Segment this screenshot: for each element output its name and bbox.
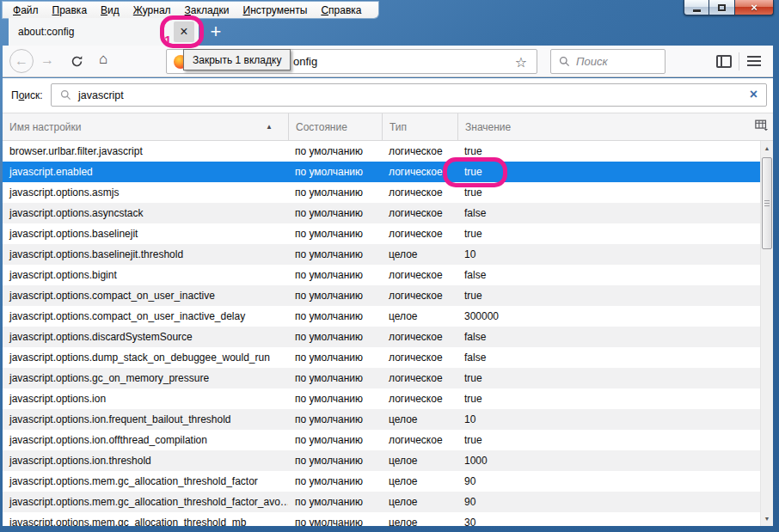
table-row[interactable]: javascript.enabled по умолчанию логическ…: [3, 162, 760, 182]
column-header-value[interactable]: Значение: [457, 113, 773, 140]
scrollbar-thumb[interactable]: [762, 157, 772, 249]
pref-state: по умолчанию: [288, 145, 382, 157]
minimize-button[interactable]: [684, 0, 709, 15]
pref-type: логическое: [382, 331, 457, 343]
table-row[interactable]: javascript.options.gc_on_memory_pressure…: [3, 368, 760, 388]
menu-item-инструменты[interactable]: Инструменты: [236, 3, 315, 18]
tab-close-button[interactable]: ×: [174, 21, 194, 42]
maximize-button[interactable]: [709, 0, 734, 15]
pref-state: по умолчанию: [288, 496, 382, 508]
scroll-up-button[interactable]: ▲: [761, 141, 773, 156]
pref-value: 90: [457, 475, 760, 487]
table-row[interactable]: javascript.options.compact_on_user_inact…: [3, 285, 760, 306]
back-button[interactable]: ←: [9, 49, 34, 73]
pref-type: целое: [382, 248, 457, 260]
pref-value: true: [457, 372, 760, 384]
column-header-state[interactable]: Состояние: [288, 113, 382, 140]
pref-name: javascript.options.ion.offthread_compila…: [3, 434, 288, 446]
menu-item-журнал[interactable]: Журнал: [126, 3, 178, 18]
menu-item-вид[interactable]: Вид: [94, 3, 126, 18]
new-tab-button[interactable]: +: [204, 20, 228, 44]
table-row[interactable]: javascript.options.mem.gc_allocation_thr…: [3, 512, 760, 526]
pref-type: целое: [382, 475, 457, 487]
pref-name: javascript.options.baselinejit: [3, 228, 288, 240]
pref-type: логическое: [382, 207, 457, 219]
table-row[interactable]: javascript.options.compact_on_user_inact…: [3, 306, 760, 327]
annotation-callout-1: 1: [164, 33, 171, 47]
pref-state: по умолчанию: [288, 248, 382, 260]
table-header: Имя настройки ▲ Состояние Тип Значение: [3, 113, 773, 141]
pref-name: javascript.options.asmjs: [3, 187, 288, 199]
navigation-toolbar: ← → ⌂ onfig ☆ Поиск: [3, 46, 773, 77]
home-button[interactable]: ⌂: [99, 52, 107, 66]
pref-type: логическое: [382, 290, 457, 302]
table-row[interactable]: javascript.options.ion.offthread_compila…: [3, 430, 760, 450]
table-row[interactable]: javascript.options.dump_stack_on_debugge…: [3, 347, 760, 368]
menu-bar: ФайлПравкаВидЖурналЗакладкиИнструментыСп…: [3, 2, 378, 18]
table-row[interactable]: javascript.options.mem.gc_allocation_thr…: [3, 492, 760, 512]
pref-value: true: [457, 145, 760, 157]
pref-value: false: [457, 269, 760, 281]
table-row[interactable]: javascript.options.baselinejit.threshold…: [3, 244, 760, 265]
menu-item-справка[interactable]: Справка: [314, 3, 368, 18]
pref-state: по умолчанию: [288, 331, 382, 343]
reload-button[interactable]: [71, 55, 83, 71]
table-row[interactable]: javascript.options.baselinejit по умолча…: [3, 223, 760, 244]
pref-value: 300000: [457, 310, 760, 322]
table-row[interactable]: javascript.options.discardSystemSource п…: [3, 327, 760, 347]
table-row[interactable]: javascript.options.ion.frequent_bailout_…: [3, 409, 760, 430]
table-row[interactable]: javascript.options.asyncstack по умолчан…: [3, 203, 760, 223]
pref-name: javascript.options.ion: [3, 393, 288, 405]
pref-name: javascript.options.ion.frequent_bailout_…: [3, 413, 288, 425]
column-picker-button[interactable]: [755, 119, 769, 134]
table-row[interactable]: browser.urlbar.filter.javascript по умол…: [3, 141, 760, 162]
tab-title: about:config: [18, 26, 174, 38]
menu-item-закладки[interactable]: Закладки: [178, 3, 236, 18]
preference-list: browser.urlbar.filter.javascript по умол…: [3, 141, 760, 526]
menu-item-файл[interactable]: Файл: [6, 3, 46, 18]
table-row[interactable]: javascript.options.bigint по умолчанию л…: [3, 265, 760, 285]
close-icon: ×: [751, 1, 758, 14]
pref-name: javascript.options.discardSystemSource: [3, 331, 288, 343]
pref-name: javascript.options.compact_on_user_inact…: [3, 310, 288, 322]
table-row[interactable]: javascript.options.ion.threshold по умол…: [3, 450, 760, 471]
pref-value: true: [457, 393, 760, 405]
pref-value: false: [457, 352, 760, 364]
pref-name: javascript.options.mem.gc_allocation_thr…: [3, 517, 288, 526]
column-header-name[interactable]: Имя настройки ▲: [3, 113, 288, 140]
bookmark-star-icon[interactable]: ☆: [515, 54, 527, 70]
preference-search-input[interactable]: javascript ×: [51, 83, 767, 107]
vertical-scrollbar[interactable]: ▲ ▼: [760, 141, 773, 526]
sidebar-toggle-icon[interactable]: [716, 55, 732, 68]
pref-value: true: [457, 434, 760, 446]
table-row[interactable]: javascript.options.mem.gc_allocation_thr…: [3, 471, 760, 492]
pref-name: javascript.options.gc_on_memory_pressure: [3, 372, 288, 384]
sort-ascending-icon: ▲: [266, 123, 273, 131]
pref-name: javascript.options.mem.gc_allocation_thr…: [3, 496, 288, 508]
pref-state: по умолчанию: [288, 187, 382, 199]
clear-search-button[interactable]: ×: [750, 87, 758, 102]
pref-state: по умолчанию: [288, 269, 382, 281]
table-row[interactable]: javascript.options.ion по умолчанию логи…: [3, 388, 760, 409]
pref-state: по умолчанию: [288, 310, 382, 322]
pref-state: по умолчанию: [288, 166, 382, 178]
table-row[interactable]: javascript.options.asmjs по умолчанию ло…: [3, 182, 760, 203]
pref-type: целое: [382, 455, 457, 467]
close-window-button[interactable]: ×: [734, 0, 774, 15]
pref-type: логическое: [382, 352, 457, 364]
menu-hamburger-icon[interactable]: [747, 56, 761, 66]
maximize-icon: [718, 4, 726, 11]
pref-state: по умолчанию: [288, 434, 382, 446]
forward-button[interactable]: →: [40, 53, 54, 67]
pref-name: javascript.enabled: [3, 166, 288, 178]
pref-value: false: [457, 331, 760, 343]
pref-name: javascript.options.mem.gc_allocation_thr…: [3, 475, 288, 487]
column-picker-icon: [755, 119, 769, 131]
scroll-down-button[interactable]: ▼: [761, 511, 773, 526]
column-header-type[interactable]: Тип: [382, 113, 457, 140]
menu-item-правка[interactable]: Правка: [46, 3, 95, 18]
pref-state: по умолчанию: [288, 517, 382, 526]
pref-state: по умолчанию: [288, 393, 382, 405]
scrollbar-grip-icon: [764, 200, 770, 206]
browser-search-box[interactable]: Поиск: [550, 49, 666, 74]
